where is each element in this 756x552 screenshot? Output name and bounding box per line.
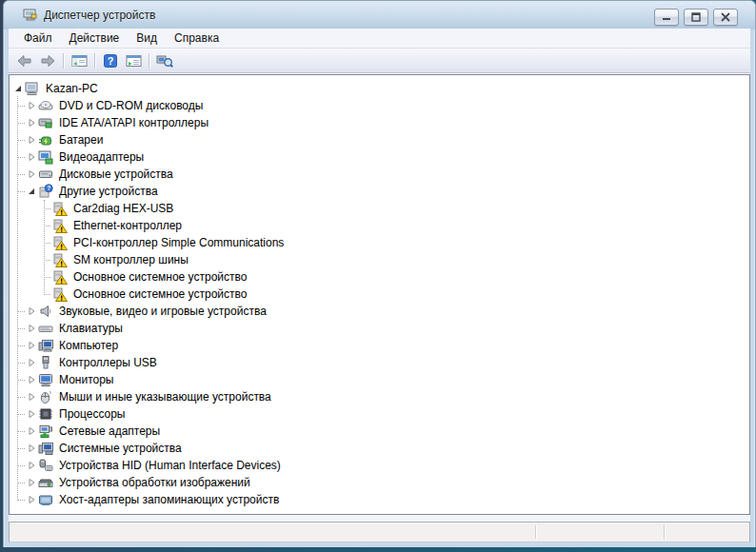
tree-item[interactable]: Основное системное устройство [10,268,749,286]
help-button[interactable]: ? [99,50,122,71]
tree-item[interactable]: IDE ATA/ATAPI контроллеры [10,114,749,131]
tree-item[interactable]: Видеоадаптеры [10,148,749,166]
device-tree: Kazan-PCDVD и CD-ROM дисководыIDE ATA/AT… [10,75,749,508]
expand-arrow-icon[interactable] [25,477,37,489]
tree-item[interactable]: Устройства HID (Human Interface Devices) [10,457,749,474]
tree-item-label: Контроллеры USB [57,355,159,370]
tree-item[interactable]: Ethernet-контроллер [10,217,749,234]
tree-item[interactable]: Kazan-PC [10,80,749,97]
warning-device-icon [52,201,68,216]
toolbar-separator [63,53,64,69]
tree-item[interactable]: Сетевые адаптеры [10,423,749,440]
tree-item[interactable]: Контроллеры USB [10,354,749,371]
tree-item[interactable]: Основное системное устройство [10,286,749,303]
tree-item[interactable]: Хост-адаптеры запоминающих устройств [10,491,749,508]
tree-item[interactable]: Дисковые устройства [10,166,749,183]
expand-arrow-icon[interactable] [25,151,37,164]
tree-item-label: Устройства HID (Human Interface Devices) [57,458,283,473]
hid-device-icon [38,458,53,473]
warning-device-icon [52,218,68,233]
expand-arrow-icon[interactable] [25,168,37,181]
scan-hardware-icon [156,53,173,69]
toolbar-separator [94,53,95,69]
status-bar [9,522,750,542]
tree-item[interactable]: Батареи [10,131,749,148]
unknown-device-icon: ? [38,184,53,199]
expand-arrow-icon[interactable] [25,100,37,112]
tree-item-label: Дисковые устройства [57,167,175,182]
cd-drive-icon [38,98,53,113]
tree-item-label: Клавиатуры [57,321,125,336]
tree-item[interactable]: Системные устройства [10,440,749,457]
back-arrow-icon [16,53,33,69]
tree-item-label: Основное системное устройство [71,286,249,302]
title-bar[interactable]: Диспетчер устройств [4,1,755,30]
expand-arrow-icon[interactable] [25,323,37,335]
usb-icon [38,355,53,370]
back-button[interactable] [13,50,36,71]
show-console-tree-button[interactable] [68,50,90,71]
window-list-icon [126,53,142,69]
device-manager-window: Диспетчер устройств Файл Действие Вид Сп… [3,0,756,547]
expand-arrow-icon[interactable] [25,340,37,352]
tree-item[interactable]: Компьютер [10,337,749,354]
system-device-icon [38,441,53,456]
tree-item[interactable]: PCI-контроллер Simple Communications [10,234,749,251]
menu-file[interactable]: Файл [15,29,61,48]
expand-arrow-icon[interactable] [25,460,37,472]
minimize-button[interactable] [654,9,679,26]
tree-item-label: PCI-контроллер Simple Communications [71,235,286,250]
forward-arrow-icon [39,53,56,69]
forward-button[interactable] [36,50,59,71]
menu-action[interactable]: Действие [61,29,129,48]
collapse-arrow-icon[interactable] [25,186,37,198]
tree-item[interactable]: Car2diag HEX-USB [10,200,749,217]
expand-arrow-icon[interactable] [25,391,37,404]
keyboard-icon [38,321,53,336]
expand-arrow-icon[interactable] [25,425,37,438]
collapse-arrow-icon[interactable] [11,83,24,95]
menu-help[interactable]: Справка [166,29,228,48]
expand-arrow-icon[interactable] [25,374,37,386]
tree-item-label: Ethernet-контроллер [71,218,184,233]
tree-item[interactable]: Мониторы [10,371,749,388]
tree-item[interactable]: Клавиатуры [10,320,749,337]
close-button[interactable] [713,9,738,26]
show-action-pane-button[interactable] [122,50,145,71]
expand-arrow-icon[interactable] [25,357,37,369]
tree-item[interactable]: ?Другие устройства [10,183,749,200]
expand-arrow-icon[interactable] [25,117,37,129]
toolbar: ? [9,49,750,73]
tree-item-label: IDE ATA/ATAPI контроллеры [57,115,210,130]
warning-device-icon [52,235,68,250]
expand-arrow-icon[interactable] [25,494,37,506]
device-manager-icon [23,8,38,23]
status-divider [535,525,536,539]
tree-item-label: Батареи [57,132,105,148]
tree-item[interactable]: Процессоры [10,405,749,423]
scan-hardware-changes-button[interactable] [153,50,176,71]
menu-view[interactable]: Вид [128,29,166,48]
toolbar-separator [149,53,149,69]
expand-arrow-icon[interactable] [25,134,37,147]
expand-arrow-icon[interactable] [25,306,37,318]
tree-item[interactable]: DVD и CD-ROM дисководы [10,97,749,114]
tree-item[interactable]: SM контроллер шины [10,251,749,268]
tree-item-label: Другие устройства [57,184,160,199]
tree-item-label: Процессоры [57,406,128,422]
tree-item[interactable]: Устройства обработки изображений [10,474,749,491]
tree-item-label: Системные устройства [57,441,184,456]
expand-arrow-icon[interactable] [25,408,37,421]
tree-item[interactable]: Мыши и иные указывающие устройства [10,388,749,405]
tree-item-label: Основное системное устройство [71,269,249,285]
maximize-button[interactable] [684,9,708,26]
window-content: Файл Действие Вид Справка ? Kazan-PCDVD … [9,29,750,542]
tree-item-label: Хост-адаптеры запоминающих устройств [57,492,281,507]
expand-arrow-icon[interactable] [25,443,37,455]
window-title: Диспетчер устройств [44,9,155,22]
warning-device-icon [52,252,68,267]
monitor-icon [38,372,53,387]
tree-item[interactable]: Звуковые, видео и игровые устройства [10,303,749,320]
console-tree-icon [71,53,88,69]
tree-item-label: Мыши и иные указывающие устройства [57,389,273,404]
